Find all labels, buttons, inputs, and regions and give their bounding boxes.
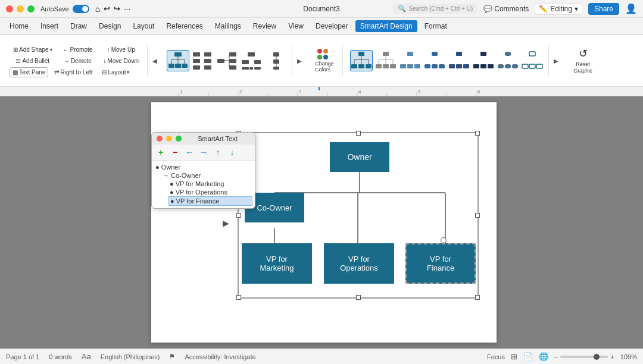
view-mode-icon[interactable]: ⊞ — [511, 352, 517, 361]
tree-item-vp-finance[interactable]: ● VP for Finance — [168, 196, 252, 206]
chevron-down-icon: ▾ — [50, 47, 52, 52]
zoom-slider[interactable] — [560, 356, 608, 358]
owner-node[interactable]: Owner — [330, 142, 389, 172]
share-button[interactable]: Share — [588, 3, 619, 15]
add-shape-button[interactable]: ⊞ Add Shape ▾ — [10, 45, 56, 55]
svg-rect-42 — [383, 64, 389, 68]
menu-mailings[interactable]: Mailings — [210, 20, 246, 32]
reset-graphic-button[interactable]: ↺ ResetGraphic — [568, 45, 598, 76]
panel-close-button[interactable] — [157, 136, 163, 142]
smartart-diagram[interactable]: Owner Co-Owner VP forMarketing VP forOpe… — [238, 132, 479, 299]
undo-icon[interactable]: ↩ — [104, 4, 110, 13]
move-up-button[interactable]: ↑ Move Up — [99, 45, 142, 55]
panel-maximize-button[interactable] — [176, 136, 182, 142]
search-box[interactable]: 🔍 Search (Cmd + Ctrl + U) — [393, 4, 477, 14]
language-info[interactable]: English (Philippines) — [101, 353, 160, 360]
tree-item-owner[interactable]: ● Owner — [154, 163, 252, 171]
redo-icon[interactable]: ↪ — [114, 4, 120, 13]
svg-rect-54 — [424, 64, 430, 68]
minimize-button[interactable] — [17, 5, 24, 12]
smartart-style-5-button[interactable] — [448, 50, 470, 71]
menu-references[interactable]: References — [161, 20, 207, 32]
layout-hierarchy3-button[interactable] — [216, 50, 238, 71]
web-mode-icon[interactable]: 🌐 — [539, 352, 548, 361]
menu-home[interactable]: Home — [5, 20, 33, 32]
vp-marketing-node[interactable]: VP forMarketing — [242, 243, 312, 284]
home-icon[interactable]: ⌂ — [95, 4, 100, 14]
menu-view[interactable]: View — [283, 20, 308, 32]
menu-draw[interactable]: Draw — [65, 20, 92, 32]
zoom-level[interactable]: 109% — [620, 353, 637, 360]
menu-smartart-design[interactable]: SmartArt Design — [355, 20, 417, 32]
change-colors-button[interactable]: ChangeColors — [311, 48, 338, 74]
svg-rect-25 — [249, 67, 253, 70]
layout-hierarchy-button[interactable] — [167, 50, 189, 71]
menu-layout[interactable]: Layout — [128, 20, 159, 32]
menu-review[interactable]: Review — [248, 20, 281, 32]
panel-right-button[interactable]: → — [198, 147, 209, 158]
menu-insert[interactable]: Insert — [36, 20, 63, 32]
menu-format[interactable]: Format — [420, 20, 452, 32]
smartart-style-6-button[interactable] — [472, 50, 495, 71]
scroll-styles-right-button[interactable]: ▶ — [551, 49, 561, 73]
smartart-text-panel: SmartArt Text + − ← → ↑ ↓ ● Owner → Co-O… — [151, 132, 255, 209]
right-to-left-button[interactable]: ⇌ Right to Left — [51, 67, 96, 77]
panel-add-button[interactable]: + — [155, 147, 166, 158]
demote-button[interactable]: → Demote — [60, 56, 96, 66]
handle-bc[interactable] — [356, 295, 361, 300]
handle-mr[interactable] — [475, 213, 480, 218]
panel-down-button[interactable]: ↓ — [227, 147, 238, 158]
accessibility-info[interactable]: Accessibility: Investigate — [185, 353, 255, 360]
layout-button[interactable]: ⊟ Layout ▾ — [98, 67, 133, 77]
panel-up-button[interactable]: ↑ — [213, 147, 223, 158]
svg-rect-26 — [254, 67, 261, 70]
scroll-left-button[interactable]: ◀ — [150, 49, 160, 73]
layout-hierarchy4-button[interactable] — [240, 50, 263, 71]
layout-icon: ⊟ — [102, 69, 107, 76]
smartart-style-3-button[interactable] — [399, 50, 422, 71]
comments-button[interactable]: 💬 Comments — [483, 5, 529, 13]
layout-hierarchy2-button[interactable] — [191, 50, 214, 71]
text-pane-button[interactable]: ▦ Text Pane — [10, 67, 48, 77]
smartart-style-8-button[interactable] — [521, 50, 544, 71]
panel-left-button[interactable]: ← — [184, 147, 195, 158]
tree-item-co-owner[interactable]: → Co-Owner — [161, 171, 252, 180]
autosave-toggle[interactable] — [73, 5, 89, 13]
smartart-style-2-button[interactable] — [374, 50, 397, 71]
promote-button[interactable]: ← Promote — [60, 45, 96, 55]
panel-minimize-button[interactable] — [166, 136, 172, 142]
close-button[interactable] — [6, 5, 13, 12]
layout-hierarchy5-button[interactable] — [264, 50, 287, 71]
focus-button[interactable]: Focus — [487, 353, 505, 360]
scroll-right-button[interactable]: ▶ — [295, 49, 304, 73]
menu-design[interactable]: Design — [94, 20, 126, 32]
reading-mode-icon[interactable]: 📄 — [523, 352, 533, 361]
smartart-style-7-button[interactable] — [497, 50, 519, 71]
vp-operations-node[interactable]: VP forOperations — [324, 243, 394, 284]
svg-rect-18 — [229, 65, 236, 70]
handle-tr[interactable] — [475, 131, 480, 136]
zoom-thumb[interactable] — [594, 354, 600, 360]
handle-bl[interactable] — [236, 295, 241, 300]
handle-br[interactable] — [475, 295, 480, 300]
maximize-button[interactable] — [27, 5, 35, 12]
panel-remove-button[interactable]: − — [170, 147, 180, 158]
add-shape-icon: ⊞ — [13, 46, 18, 53]
user-avatar[interactable]: 👤 — [625, 3, 637, 14]
rotation-handle[interactable] — [441, 237, 447, 243]
more-options-icon[interactable]: ··· — [124, 4, 130, 13]
zoom-in-button[interactable]: + — [610, 353, 614, 360]
smartart-style-4-button[interactable] — [423, 50, 446, 71]
move-down-button[interactable]: ↓ Move Down — [99, 56, 142, 66]
zoom-out-button[interactable]: − — [554, 353, 558, 360]
editing-button[interactable]: ✏️ Editing ▾ — [535, 3, 582, 15]
handle-ml[interactable] — [236, 213, 241, 218]
expand-diagram-button[interactable]: ▶ — [223, 218, 229, 228]
vp-finance-node[interactable]: VP forFinance — [405, 243, 476, 284]
tree-item-vp-operations[interactable]: ● VP for Operations — [168, 188, 252, 196]
menu-developer[interactable]: Developer — [311, 20, 353, 32]
smartart-style-1-button[interactable] — [350, 50, 373, 71]
handle-tc[interactable] — [356, 131, 361, 136]
add-bullet-button[interactable]: ☰ Add Bullet — [10, 56, 56, 66]
tree-item-vp-marketing[interactable]: ● VP for Marketing — [168, 180, 252, 188]
